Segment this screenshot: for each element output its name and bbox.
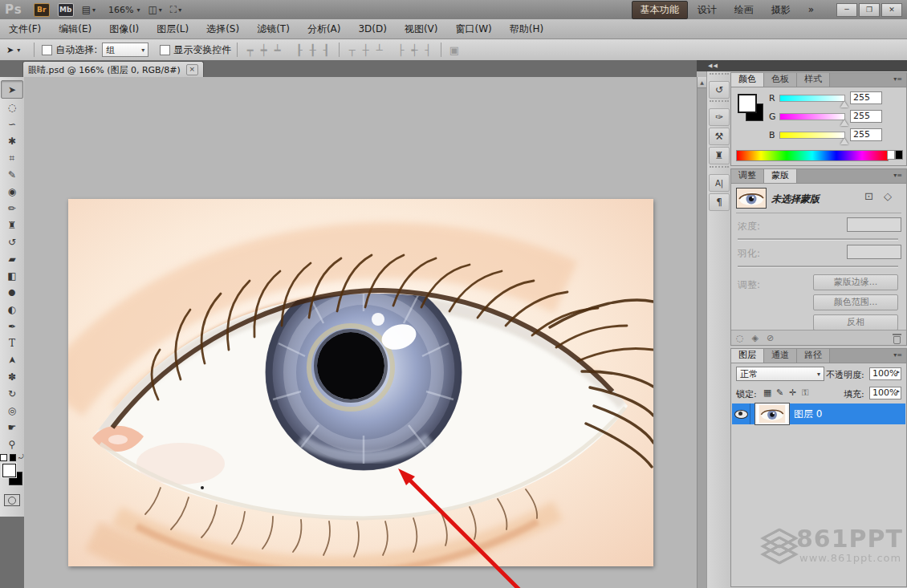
elliptical-marquee-tool[interactable]: ◌: [2, 99, 22, 116]
type-tool[interactable]: T: [2, 335, 22, 351]
mask-edge-button[interactable]: 蒙版边缘...: [813, 274, 898, 290]
blue-value[interactable]: 255: [850, 128, 882, 141]
align-bottom-button[interactable]: ┷: [270, 44, 284, 56]
red-value[interactable]: 255: [850, 91, 882, 104]
panel-menu-icon[interactable]: ▾≡: [889, 169, 906, 183]
align-right-button[interactable]: ┨: [319, 44, 333, 56]
dodge-tool[interactable]: ◐: [2, 301, 22, 318]
menu-3d[interactable]: 3D(D): [349, 23, 395, 34]
tool-presets-panel-icon[interactable]: ⚒: [709, 128, 730, 145]
pixel-mask-icon[interactable]: ⊡: [864, 190, 873, 202]
quick-mask-button[interactable]: [4, 494, 20, 506]
history-panel-icon[interactable]: ↺: [709, 81, 730, 99]
panel-menu-icon[interactable]: ▾≡: [889, 349, 906, 363]
move-tool[interactable]: ➤: [1, 80, 23, 99]
tab-masks[interactable]: 蒙版: [764, 169, 797, 183]
view-extras-caret-icon[interactable]: ▾: [92, 6, 96, 14]
view-extras-icon[interactable]: ▤: [82, 4, 91, 15]
show-transform-checkbox[interactable]: [160, 45, 170, 55]
density-slider[interactable]: [738, 238, 898, 241]
crop-tool[interactable]: ⌗: [2, 149, 22, 166]
pen-tool[interactable]: ✒: [2, 318, 22, 335]
distribute-left-button[interactable]: ├: [394, 44, 408, 56]
eraser-tool[interactable]: ▰: [2, 250, 22, 267]
blur-tool[interactable]: ⬤: [2, 284, 22, 301]
opacity-caret-icon[interactable]: ▸: [897, 368, 900, 375]
mini-bridge-button[interactable]: Mb: [58, 3, 74, 17]
paragraph-panel-icon[interactable]: ¶: [709, 193, 730, 211]
menu-layer[interactable]: 图层(L): [148, 22, 197, 36]
close-button[interactable]: ✕: [881, 3, 902, 17]
custom-shape-tool[interactable]: ✽: [2, 368, 22, 385]
magic-wand-tool[interactable]: ✱: [2, 132, 22, 149]
tab-adjustments[interactable]: 调整: [731, 169, 764, 183]
dock-grip[interactable]: [710, 166, 729, 172]
collapse-dock-icon[interactable]: ◀◀: [708, 63, 718, 69]
distribute-vcenter-button[interactable]: ┼: [359, 44, 372, 56]
green-slider[interactable]: [779, 113, 845, 120]
dock-grip[interactable]: [710, 100, 729, 107]
screen-mode-caret-icon[interactable]: ▾: [178, 6, 181, 14]
feather-slider[interactable]: [738, 266, 898, 268]
history-brush-tool[interactable]: ↺: [2, 233, 22, 250]
zoom-caret-icon[interactable]: ▾: [136, 6, 140, 14]
zoom-level-value[interactable]: 166%: [108, 5, 133, 15]
red-slider-thumb[interactable]: [840, 101, 848, 107]
delete-mask-icon[interactable]: [893, 333, 901, 343]
spectrum-black-cell[interactable]: [895, 150, 903, 160]
brush-tool[interactable]: ✏: [2, 200, 22, 217]
tab-styles[interactable]: 样式: [797, 73, 830, 87]
spectrum-white-cell[interactable]: [887, 150, 895, 160]
tab-layers[interactable]: 图层: [731, 349, 764, 363]
3d-orbit-tool[interactable]: ◎: [2, 402, 22, 419]
layer-row[interactable]: 图层 0: [732, 403, 905, 424]
menu-image[interactable]: 图像(I): [100, 22, 148, 36]
menu-edit[interactable]: 编辑(E): [50, 22, 100, 36]
vector-mask-icon[interactable]: ◇: [884, 190, 892, 202]
default-colors-icon[interactable]: ⤾: [0, 452, 24, 462]
green-value[interactable]: 255: [850, 110, 882, 123]
lock-all-icon[interactable]: ⚿: [802, 387, 808, 398]
clone-stamp-tool[interactable]: ♜: [2, 217, 22, 233]
character-panel-icon[interactable]: A|: [709, 174, 730, 192]
auto-align-layers-button[interactable]: ▣: [447, 44, 461, 56]
tab-swatches[interactable]: 色板: [764, 73, 797, 87]
minimize-button[interactable]: ─: [836, 3, 857, 17]
workspace-overflow-icon[interactable]: »: [800, 2, 822, 17]
blend-mode-dropdown[interactable]: 正常 ▾: [736, 367, 824, 381]
fill-caret-icon[interactable]: ▸: [897, 387, 900, 395]
workspace-essentials[interactable]: 基本功能: [632, 1, 688, 19]
auto-select-checkbox[interactable]: [42, 45, 52, 55]
document-tab[interactable]: 眼睛.psd @ 166% (图层 0, RGB/8#) ×: [22, 61, 204, 78]
foreground-color-swatch[interactable]: [2, 464, 16, 477]
distribute-bottom-button[interactable]: ┴: [372, 44, 386, 56]
distribute-hcenter-button[interactable]: ┽: [408, 44, 421, 56]
red-slider[interactable]: [779, 95, 845, 102]
scroll-up-icon[interactable]: ▲: [698, 77, 706, 88]
load-selection-icon[interactable]: ◌: [736, 333, 744, 343]
document-window[interactable]: [68, 199, 653, 566]
auto-select-dropdown[interactable]: 组 ▾: [102, 43, 148, 57]
color-range-button[interactable]: 颜色范围...: [813, 294, 898, 310]
screen-mode-icon[interactable]: ⛶: [170, 4, 177, 15]
tab-paths[interactable]: 路径: [797, 349, 830, 363]
disable-mask-icon[interactable]: ⊘: [767, 333, 774, 343]
lock-position-icon[interactable]: ✛: [789, 387, 796, 398]
align-top-button[interactable]: ┯: [243, 44, 257, 56]
panel-menu-icon[interactable]: ▾≡: [889, 73, 906, 87]
blue-slider-thumb[interactable]: [840, 138, 848, 144]
distribute-top-button[interactable]: ┬: [345, 44, 359, 56]
restore-button[interactable]: ❐: [859, 3, 880, 17]
feather-value-box[interactable]: [847, 245, 901, 259]
zoom-tool[interactable]: ⚲: [2, 436, 22, 452]
menu-window[interactable]: 窗口(W): [447, 22, 501, 36]
green-slider-thumb[interactable]: [840, 120, 848, 126]
lasso-tool[interactable]: ∽: [2, 116, 22, 132]
align-left-button[interactable]: ┠: [292, 44, 306, 56]
tab-channels[interactable]: 通道: [764, 349, 797, 363]
menu-filter[interactable]: 滤镜(T): [248, 22, 299, 36]
menu-file[interactable]: 文件(F): [0, 22, 50, 36]
hand-tool[interactable]: ☛: [2, 419, 22, 436]
lock-paint-icon[interactable]: ✎: [776, 387, 783, 398]
tab-color[interactable]: 颜色: [731, 73, 764, 87]
